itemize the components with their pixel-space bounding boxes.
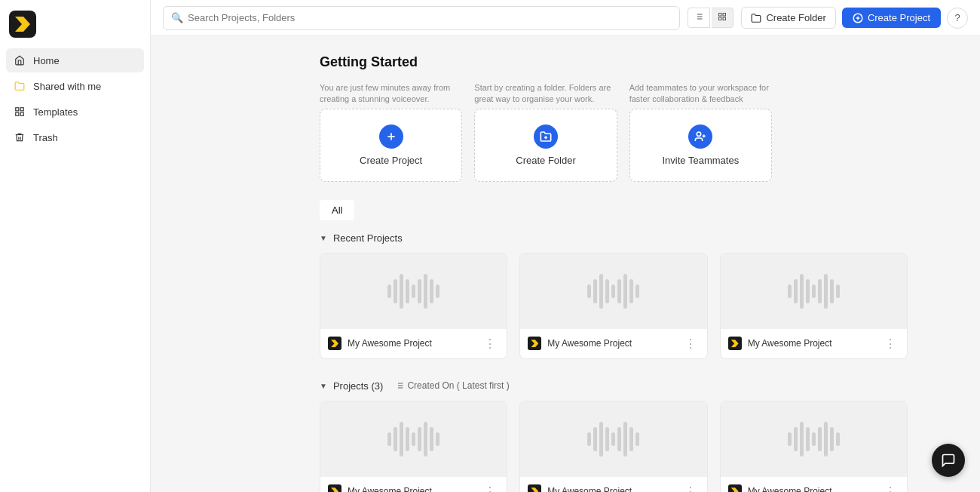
waveform-icon bbox=[387, 276, 439, 306]
recent-projects-label: Recent Projects bbox=[333, 232, 403, 244]
gs-invite-label: Invite Teammates bbox=[663, 155, 740, 166]
chat-button[interactable] bbox=[932, 444, 965, 477]
gs-invite-icon bbox=[688, 125, 712, 149]
project-logo bbox=[328, 484, 341, 492]
gs-desc-col-0: You are just few minutes away from creat… bbox=[320, 82, 462, 106]
gs-create-folder-icon bbox=[534, 125, 558, 149]
search-icon: 🔍 bbox=[171, 12, 183, 23]
table-row: My Awesome Project ⋮ bbox=[720, 253, 908, 359]
tab-all[interactable]: All bbox=[320, 200, 354, 220]
project-more-button[interactable]: ⋮ bbox=[481, 335, 499, 352]
svg-rect-1 bbox=[20, 108, 23, 111]
sidebar-item-home-label: Home bbox=[33, 55, 60, 66]
project-thumbnail bbox=[721, 254, 907, 329]
sidebar-item-templates-label: Templates bbox=[33, 106, 78, 118]
project-more-button[interactable]: ⋮ bbox=[481, 483, 499, 492]
tab-bar: All bbox=[320, 200, 962, 220]
svg-rect-0 bbox=[16, 108, 19, 111]
project-logo bbox=[528, 484, 541, 492]
svg-rect-3 bbox=[16, 112, 19, 115]
waveform-icon bbox=[788, 276, 840, 306]
topbar-right: Create Folder Create Project ? bbox=[741, 7, 968, 29]
project-logo bbox=[328, 337, 341, 350]
waveform-icon bbox=[387, 424, 439, 454]
projects-section: ▼ Projects (3) Created On ( Latest first… bbox=[320, 380, 962, 492]
recent-projects-chevron: ▼ bbox=[320, 234, 327, 242]
project-thumbnail bbox=[320, 254, 507, 329]
table-row: My Awesome Project ⋮ bbox=[519, 401, 707, 492]
table-row: My Awesome Project ⋮ bbox=[320, 401, 507, 492]
project-name: My Awesome Project bbox=[348, 486, 475, 492]
projects-section-label: Projects (3) bbox=[333, 380, 383, 392]
svg-rect-13 bbox=[719, 17, 722, 20]
waveform-icon bbox=[587, 424, 639, 454]
search-input[interactable] bbox=[188, 12, 672, 23]
project-more-button[interactable]: ⋮ bbox=[681, 483, 700, 492]
table-row: My Awesome Project ⋮ bbox=[519, 253, 707, 359]
project-thumbnail bbox=[721, 401, 907, 477]
gs-create-project-label: Create Project bbox=[360, 155, 422, 166]
sort-label: Created On ( Latest first ) bbox=[407, 380, 509, 391]
home-icon bbox=[14, 54, 26, 66]
grid-view-button[interactable] bbox=[712, 8, 733, 28]
search-wrap: 🔍 bbox=[163, 6, 680, 30]
project-logo bbox=[728, 337, 742, 350]
gs-create-project-card[interactable]: Create Project bbox=[320, 109, 462, 182]
getting-started-title: Getting Started bbox=[320, 54, 962, 70]
sidebar-item-shared[interactable]: Shared with me bbox=[6, 74, 144, 98]
help-button[interactable]: ? bbox=[947, 8, 968, 29]
trash-icon bbox=[14, 131, 26, 143]
table-row: My Awesome Project ⋮ bbox=[720, 401, 908, 492]
project-thumbnail bbox=[520, 401, 706, 477]
gs-create-folder-label: Create Folder bbox=[516, 155, 575, 166]
project-name: My Awesome Project bbox=[748, 486, 875, 492]
gs-create-project-icon bbox=[379, 125, 403, 149]
table-row: My Awesome Project ⋮ bbox=[320, 253, 507, 359]
topbar: 🔍 Create Folder Create Project ? bbox=[151, 0, 980, 36]
project-more-button[interactable]: ⋮ bbox=[881, 483, 899, 492]
recent-projects-section: ▼ Recent Projects bbox=[320, 232, 962, 359]
project-thumbnail bbox=[520, 254, 706, 329]
sidebar-nav: Home Shared with me Templates Trash bbox=[0, 48, 150, 149]
sidebar-item-trash[interactable]: Trash bbox=[6, 125, 144, 149]
waveform-icon bbox=[587, 276, 639, 306]
main-content: Getting Started You are just few minutes… bbox=[302, 36, 980, 492]
sidebar-item-trash-label: Trash bbox=[33, 132, 58, 143]
projects-grid: My Awesome Project ⋮ bbox=[320, 401, 908, 492]
projects-section-header: ▼ Projects (3) Created On ( Latest first… bbox=[320, 380, 962, 392]
gs-desc-col-1: Start by creating a folder. Folders are … bbox=[474, 82, 617, 106]
gs-invite-card[interactable]: Invite Teammates bbox=[629, 109, 772, 182]
projects-chevron: ▼ bbox=[320, 382, 327, 390]
recent-projects-header: ▼ Recent Projects bbox=[320, 232, 962, 244]
svg-rect-11 bbox=[723, 14, 726, 17]
gs-create-folder-card[interactable]: Create Folder bbox=[474, 109, 617, 182]
project-name: My Awesome Project bbox=[348, 338, 475, 349]
svg-point-21 bbox=[697, 132, 701, 136]
create-project-button[interactable]: Create Project bbox=[842, 8, 941, 28]
sidebar-item-templates[interactable]: Templates bbox=[6, 100, 144, 124]
svg-rect-2 bbox=[20, 112, 23, 115]
project-name: My Awesome Project bbox=[547, 486, 675, 492]
recent-projects-grid: My Awesome Project ⋮ bbox=[320, 253, 908, 359]
project-name: My Awesome Project bbox=[748, 338, 875, 349]
project-thumbnail bbox=[320, 401, 507, 477]
sort-button[interactable]: Created On ( Latest first ) bbox=[395, 380, 509, 391]
app-logo bbox=[9, 11, 36, 38]
gs-desc-col-2: Add teammates to your workspace for fast… bbox=[629, 82, 772, 106]
project-name: My Awesome Project bbox=[547, 338, 675, 349]
svg-rect-12 bbox=[723, 17, 726, 20]
waveform-icon bbox=[788, 424, 840, 454]
templates-icon bbox=[14, 106, 26, 118]
list-view-button[interactable] bbox=[688, 8, 710, 28]
view-toggle bbox=[688, 8, 733, 28]
project-more-button[interactable]: ⋮ bbox=[681, 335, 700, 352]
sidebar: Home Shared with me Templates Trash bbox=[0, 0, 151, 492]
project-logo bbox=[728, 484, 742, 492]
create-folder-button[interactable]: Create Folder bbox=[741, 7, 835, 29]
project-more-button[interactable]: ⋮ bbox=[881, 335, 899, 352]
sidebar-item-shared-label: Shared with me bbox=[33, 81, 101, 92]
project-logo bbox=[528, 337, 541, 350]
getting-started-section: Getting Started You are just few minutes… bbox=[320, 54, 962, 182]
sidebar-item-home[interactable]: Home bbox=[6, 48, 144, 72]
shared-icon bbox=[14, 80, 26, 92]
